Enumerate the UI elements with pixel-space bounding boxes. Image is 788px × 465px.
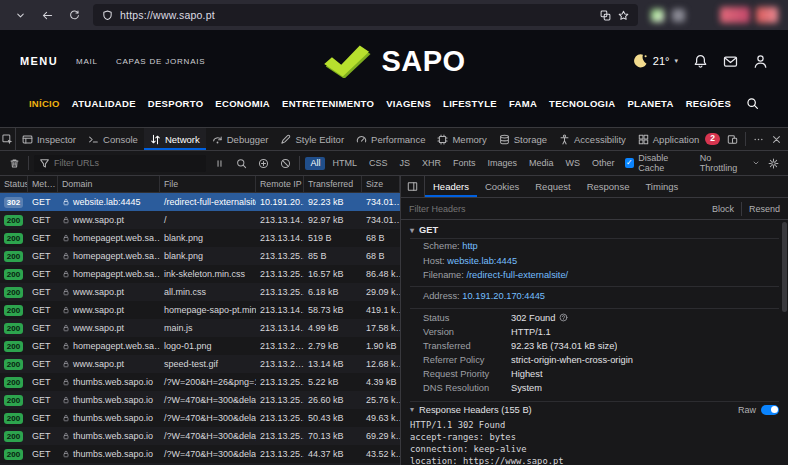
details-tab-response[interactable]: Response (579, 176, 638, 197)
filter-headers-input[interactable] (409, 204, 705, 214)
resend-button[interactable]: Resend (749, 204, 780, 214)
request-row[interactable]: 200GETthumbs.web.sapo.io/?W=470&H=300&de… (0, 445, 400, 463)
bookmark-star-icon[interactable] (618, 10, 629, 21)
devtools-menu-icon[interactable] (753, 134, 764, 145)
type-filter-js[interactable]: JS (394, 157, 415, 170)
request-row[interactable]: 200GETwww.sapo.ptspeed-test.gif213.13.2…… (0, 355, 400, 373)
details-tab-headers[interactable]: Headers (425, 176, 477, 197)
back-button[interactable] (35, 4, 59, 26)
nav-item-inicio[interactable]: INÍCIO (29, 98, 60, 109)
devtools-tab-console[interactable]: Console (82, 128, 144, 150)
request-row[interactable]: 200GETwww.sapo.ptmain.js213.13.14…4.99 k… (0, 319, 400, 337)
column-header-remote-ip[interactable]: Remote IP (256, 176, 304, 192)
request-blocking-icon[interactable] (277, 158, 294, 169)
notifications-bell-icon[interactable] (693, 54, 708, 69)
type-filter-html[interactable]: HTML (327, 157, 362, 170)
nav-item-desporto[interactable]: DESPORTO (148, 98, 204, 109)
capas-de-jornais-link[interactable]: CAPAS DE JORNAIS (116, 57, 206, 66)
column-header-file[interactable]: File (160, 176, 256, 192)
network-settings-gear-icon[interactable] (765, 158, 782, 169)
raw-toggle[interactable] (761, 405, 779, 415)
filter-urls-input[interactable] (54, 158, 201, 168)
nav-item-viagens[interactable]: VIAGENS (386, 98, 431, 109)
site-search-icon[interactable] (746, 97, 759, 110)
block-button[interactable]: Block (712, 204, 734, 214)
help-icon[interactable] (559, 313, 568, 322)
column-header-met-[interactable]: Met… (28, 176, 58, 192)
request-row[interactable]: 200GEThomepagept.web.sa…blank.png213.13.… (0, 229, 400, 247)
column-header-size[interactable]: Size (362, 176, 400, 192)
request-row[interactable]: 200GEThomepagept.web.sa…logo-01.png213.1… (0, 337, 400, 355)
details-tab-timings[interactable]: Timings (637, 176, 686, 197)
details-tab-cookies[interactable]: Cookies (477, 176, 527, 197)
column-header-status[interactable]: Status (0, 176, 28, 192)
translate-icon[interactable] (600, 10, 611, 21)
address-value[interactable]: 10.191.20.170:4445 (462, 291, 545, 301)
page-chevron-button[interactable] (8, 4, 32, 26)
details-scrollbar[interactable] (782, 222, 787, 312)
nav-item-entretenimento[interactable]: ENTRETENIMENTO (282, 98, 374, 109)
devtools-tab-application[interactable]: Application (632, 128, 705, 150)
devtools-tab-debugger[interactable]: Debugger (206, 128, 275, 150)
type-filter-fonts[interactable]: Fonts (448, 157, 481, 170)
pause-recording-icon[interactable] (211, 158, 228, 169)
extension-icon-blurred[interactable] (672, 9, 685, 22)
reload-button[interactable] (62, 4, 86, 26)
mail-envelope-icon[interactable] (723, 54, 738, 69)
filter-urls-box[interactable] (34, 155, 206, 172)
devtools-tab-storage[interactable]: Storage (493, 128, 553, 150)
details-pane-toggle[interactable] (401, 176, 425, 197)
responsive-design-icon[interactable] (727, 134, 738, 145)
header-value[interactable]: /redirect-full-externalsite/ (466, 270, 568, 280)
nav-item-planeta[interactable]: PLANETA (627, 98, 673, 109)
weather-widget[interactable]: 21° ▾ (632, 53, 678, 69)
request-row[interactable]: 200GETthumbs.web.sapo.io/?W=470&H=300&de… (0, 391, 400, 409)
url-bar[interactable]: https://www.sapo.pt (93, 4, 638, 26)
request-row[interactable]: 302GETwebsite.lab:4445/redirect-full-ext… (0, 193, 400, 211)
throttling-dropdown[interactable]: No Throttling (700, 153, 760, 173)
request-method-section[interactable]: ▾ GET (410, 223, 779, 239)
profile-badge-blurred[interactable] (720, 7, 750, 23)
disable-cache-toggle[interactable]: ✓ Disable Cache (625, 153, 695, 173)
request-row[interactable]: 200GETwww.sapo.pthomepage-sapo-pt.min.cs… (0, 301, 400, 319)
column-header-transferred[interactable]: Transferred (304, 176, 362, 192)
menu-button[interactable]: MENU (20, 55, 58, 67)
type-filter-xhr[interactable]: XHR (417, 157, 446, 170)
new-request-icon[interactable] (255, 158, 272, 169)
devtools-tab-style-editor[interactable]: Style Editor (274, 128, 350, 150)
request-row[interactable]: 200GEThomepagept.web.sa…blank.png213.13.… (0, 247, 400, 265)
error-count-badge[interactable]: 2 (705, 133, 720, 144)
shield-icon[interactable] (102, 10, 113, 21)
devtools-tab-accessibility[interactable]: Accessibility (553, 128, 632, 150)
type-filter-css[interactable]: CSS (364, 157, 393, 170)
nav-item-regioes[interactable]: REGIÕES (686, 98, 731, 109)
type-filter-images[interactable]: Images (483, 157, 523, 170)
nav-item-lifestyle[interactable]: LIFESTYLE (443, 98, 497, 109)
devtools-tab-performance[interactable]: Performance (350, 128, 431, 150)
search-requests-icon[interactable] (233, 158, 250, 169)
extension-icon-blurred[interactable] (651, 9, 664, 22)
nav-item-fama[interactable]: FAMA (509, 98, 537, 109)
nav-item-tecnologia[interactable]: TECNOLOGIA (549, 98, 615, 109)
details-tab-request[interactable]: Request (527, 176, 578, 197)
type-filter-all[interactable]: All (305, 157, 325, 170)
request-row[interactable]: 200GETthumbs.web.sapo.io/?W=200&H=26&png… (0, 373, 400, 391)
response-headers-section[interactable]: ▾ Response Headers (155 B) Raw (410, 401, 779, 418)
request-row[interactable]: 200GETthumbs.web.sapo.io/?W=470&H=300&de… (0, 427, 400, 445)
devtools-tab-memory[interactable]: Memory (431, 128, 492, 150)
request-row[interactable]: 200GETwww.sapo.pt/213.13.14…92.97 kB734.… (0, 211, 400, 229)
type-filter-other[interactable]: Other (587, 157, 620, 170)
request-row[interactable]: 200GEThomepagept.web.sa…ink-skeleton.min… (0, 265, 400, 283)
devtools-tab-inspector[interactable]: Inspector (16, 128, 82, 150)
type-filter-media[interactable]: Media (524, 157, 559, 170)
pick-element-button[interactable] (0, 128, 16, 150)
mail-link[interactable]: MAIL (76, 57, 98, 66)
column-header-domain[interactable]: Domain (58, 176, 160, 192)
request-row[interactable]: 200GETthumbs.web.sapo.io/?W=470&H=300&de… (0, 409, 400, 427)
account-icon[interactable] (753, 54, 768, 69)
menu-badge-blurred[interactable] (756, 7, 778, 23)
request-row[interactable]: 200GETwww.sapo.ptall.min.css213.13.25…6.… (0, 283, 400, 301)
nav-item-atualidade[interactable]: ATUALIDADE (72, 98, 136, 109)
devtools-close-icon[interactable] (771, 134, 782, 145)
header-value[interactable]: website.lab:4445 (447, 256, 517, 266)
